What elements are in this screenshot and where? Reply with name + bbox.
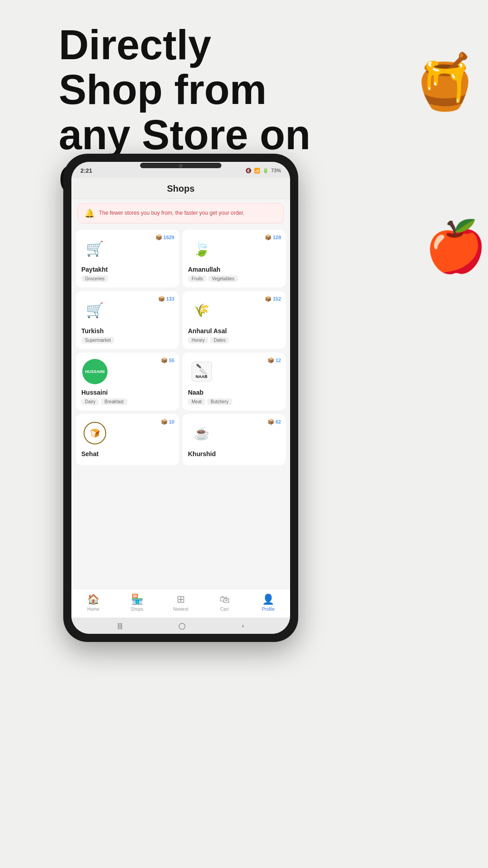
home-icon: 🏠 xyxy=(87,594,99,605)
shops-nav-label: Shops xyxy=(131,607,143,612)
shop-card-hussaini[interactable]: 📦 55 HUSSAINI Hussaini Dairy Breakfast xyxy=(76,353,179,410)
cart-icon: 🛒 xyxy=(86,240,104,257)
shop-tags-amanullah: Fruits Vegetables xyxy=(188,275,280,282)
shop-name-amanullah: Amanullah xyxy=(188,266,280,273)
count-value: 1629 xyxy=(164,235,174,240)
nav-item-newest[interactable]: ⊞ Newest xyxy=(159,594,203,612)
shop-tags-naab: Meat Butchery xyxy=(188,398,280,405)
shop-card-turkish[interactable]: 📦 133 🛒 Turkish Supermarket xyxy=(76,291,179,349)
nav-item-cart[interactable]: 🛍 Cart xyxy=(202,594,246,612)
shop-count-amanullah: 📦 128 xyxy=(265,234,281,241)
shop-logo-anharul: 🌾 xyxy=(188,297,215,324)
shop-name-anharul: Anharul Asal xyxy=(188,327,280,335)
battery-icon: 🔋 xyxy=(263,168,269,174)
tag-dates: Dates xyxy=(210,337,229,344)
bottom-navigation: 🏠 Home 🏪 Shops ⊞ Newest 🛍 Cart 👤 P xyxy=(71,589,290,618)
shop-card-sehat[interactable]: 📦 10 🍞 Sehat xyxy=(76,414,179,465)
shop-tags-hussaini: Dairy Breakfast xyxy=(81,398,174,405)
android-home-icon[interactable]: ◯ xyxy=(178,622,186,629)
status-time: 2:21 xyxy=(80,167,92,174)
shop-name-turkish: Turkish xyxy=(81,327,174,335)
count-value: 133 xyxy=(166,296,174,302)
cart-nav-icon: 🛍 xyxy=(220,594,230,605)
box-icon: 📦 xyxy=(161,419,168,425)
shop-logo-paytakht: 🛒 xyxy=(81,235,108,262)
box-icon: 📦 xyxy=(265,234,272,241)
shop-card-naab[interactable]: 📦 12 🔪 NAAB Naab Meat Butchery xyxy=(183,353,286,410)
naab-logo-box: 🔪 NAAB xyxy=(192,362,212,382)
tag-fruits: Fruits xyxy=(188,275,206,282)
notification-banner: 🔔 The fewer stores you buy from, the fas… xyxy=(78,203,284,223)
app-header-title: Shops xyxy=(167,184,194,193)
shop-count-naab: 📦 12 xyxy=(267,357,281,363)
phone-screen: 2:21 🔇 📶 🔋 73% Shops 🔔 The fewer stores … xyxy=(71,162,290,634)
shop-tags-paytakht: Groceries xyxy=(81,275,174,282)
shop-card-amanullah[interactable]: 📦 128 🍃 Amanullah Fruits Vegetables xyxy=(183,230,286,288)
tag-vegetables: Vegetables xyxy=(208,275,238,282)
shops-scroll-area[interactable]: 📦 1629 🛒 Paytakht Groceries xyxy=(71,228,290,589)
box-icon: 📦 xyxy=(265,296,272,302)
mute-icon: 🔇 xyxy=(245,168,252,174)
colored-cart-icon: 🛒 xyxy=(86,302,104,319)
shop-tags-turkish: Supermarket xyxy=(81,337,174,344)
shop-name-sehat: Sehat xyxy=(81,450,174,458)
count-value: 12 xyxy=(276,358,281,363)
battery-percent: 73% xyxy=(271,168,281,173)
tag-butchery: Butchery xyxy=(207,398,232,405)
count-value: 152 xyxy=(273,296,281,302)
android-recent-icon[interactable]: ‹ xyxy=(242,622,244,629)
nav-item-home[interactable]: 🏠 Home xyxy=(71,594,115,612)
box-icon: 📦 xyxy=(267,419,274,425)
status-icons: 🔇 📶 🔋 73% xyxy=(245,168,281,174)
tag-groceries: Groceries xyxy=(81,275,108,282)
android-back-icon[interactable]: ||| xyxy=(117,622,122,629)
shop-count-turkish: 📦 133 xyxy=(158,296,174,302)
shop-logo-khurshid: ☕ xyxy=(188,420,215,447)
shop-name-khurshid: Khurshid xyxy=(188,450,280,458)
shop-logo-hussaini: HUSSAINI xyxy=(81,358,108,385)
tag-breakfast: Breakfast xyxy=(101,398,127,405)
count-value: 55 xyxy=(169,358,174,363)
nav-item-profile[interactable]: 👤 Profile xyxy=(246,594,290,612)
shop-tags-anharul: Honey Dates xyxy=(188,337,280,344)
shop-card-khurshid[interactable]: 📦 62 ☕ Khurshid xyxy=(183,414,286,465)
count-value: 62 xyxy=(276,419,281,425)
newest-nav-label: Newest xyxy=(173,607,188,612)
home-nav-label: Home xyxy=(87,607,99,612)
leaf-icon: 🍃 xyxy=(192,240,211,257)
count-value: 10 xyxy=(169,419,174,425)
shop-count-khurshid: 📦 62 xyxy=(267,419,281,425)
box-icon: 📦 xyxy=(158,296,165,302)
shop-card-anharul-asal[interactable]: 📦 152 🌾 Anharul Asal Honey Dates xyxy=(183,291,286,349)
shop-logo-sehat: 🍞 xyxy=(81,420,108,447)
app-header: Shops xyxy=(71,178,290,199)
phone-frame: 2:21 🔇 📶 🔋 73% Shops 🔔 The fewer stores … xyxy=(63,154,298,642)
shop-logo-naab: 🔪 NAAB xyxy=(188,358,215,385)
count-value: 128 xyxy=(273,235,281,240)
tag-meat: Meat xyxy=(188,398,205,405)
strawberry-decoration: 🍎 xyxy=(425,222,488,294)
shop-card-paytakht[interactable]: 📦 1629 🛒 Paytakht Groceries xyxy=(76,230,179,288)
cart-nav-label: Cart xyxy=(220,607,229,612)
shop-logo-amanullah: 🍃 xyxy=(188,235,215,262)
shop-name-paytakht: Paytakht xyxy=(81,266,174,273)
wheat-icon: 🌾 xyxy=(194,303,210,318)
shop-count-paytakht: 📦 1629 xyxy=(155,234,174,241)
phone-mockup: 2:21 🔇 📶 🔋 73% Shops 🔔 The fewer stores … xyxy=(63,154,298,642)
bell-icon: 🔔 xyxy=(84,208,94,218)
shop-logo-turkish: 🛒 xyxy=(81,297,108,324)
notification-text: The fewer stores you buy from, the faste… xyxy=(99,210,244,217)
status-bar: 2:21 🔇 📶 🔋 73% xyxy=(71,162,290,178)
newest-icon: ⊞ xyxy=(177,594,185,605)
shop-count-hussaini: 📦 55 xyxy=(161,357,174,363)
coffee-icon: ☕ xyxy=(194,426,210,441)
box-icon: 📦 xyxy=(161,357,168,363)
profile-nav-label: Profile xyxy=(262,607,274,612)
shop-name-hussaini: Hussaini xyxy=(81,389,174,396)
bakery-circle-logo: 🍞 xyxy=(84,422,106,444)
shop-count-sehat: 📦 10 xyxy=(161,419,174,425)
shop-name-naab: Naab xyxy=(188,389,280,396)
shop-count-anharul: 📦 152 xyxy=(265,296,281,302)
shops-grid: 📦 1629 🛒 Paytakht Groceries xyxy=(76,230,286,465)
nav-item-shops[interactable]: 🏪 Shops xyxy=(115,594,159,612)
